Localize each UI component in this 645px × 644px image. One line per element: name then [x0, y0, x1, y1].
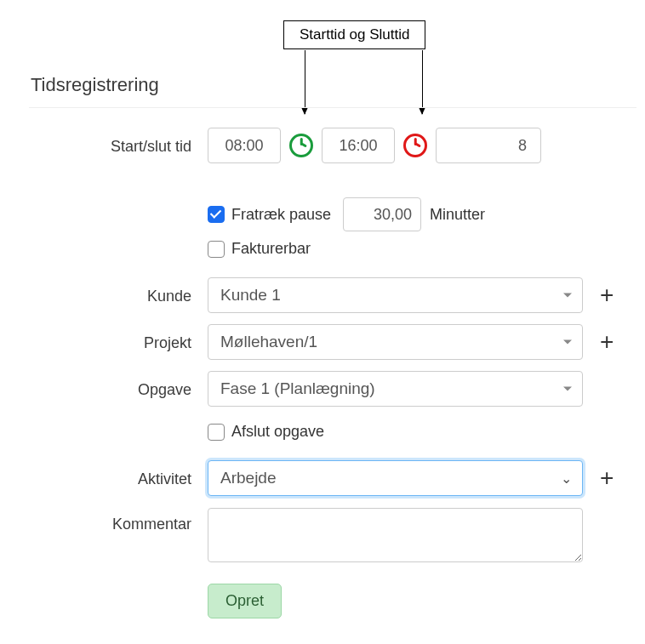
submit-button[interactable]: Opret — [208, 584, 282, 618]
arrow-to-starttime — [305, 50, 305, 114]
subtract-pause-checkbox-row: Fratræk pause — [208, 206, 331, 224]
start-time-input[interactable] — [208, 128, 281, 163]
add-aktivitet-button[interactable]: + — [595, 466, 619, 490]
end-clock-icon[interactable] — [403, 134, 427, 157]
subtract-pause-label: Fratræk pause — [231, 206, 331, 224]
hours-input[interactable] — [436, 128, 541, 163]
callout-text: Starttid og Sluttid — [300, 26, 409, 43]
subtract-pause-checkbox[interactable] — [208, 206, 225, 223]
label-kommentar: Kommentar — [112, 516, 191, 533]
callout-annotation: Starttid og Sluttid — [283, 20, 425, 49]
page-title: Tidsregistrering — [31, 74, 159, 96]
billable-checkbox-row: Fakturerbar — [208, 240, 311, 258]
add-projekt-button[interactable]: + — [595, 330, 619, 354]
projekt-value: Møllehaven/1 — [220, 333, 317, 351]
opgave-select[interactable]: Fase 1 (Planlægning) — [208, 371, 583, 407]
end-time-input[interactable] — [322, 128, 395, 163]
finish-task-label: Afslut opgave — [231, 423, 324, 441]
billable-checkbox[interactable] — [208, 241, 225, 258]
opgave-value: Fase 1 (Planlægning) — [220, 379, 375, 398]
aktivitet-select[interactable]: Arbejde ⌄ — [208, 460, 583, 496]
aktivitet-value: Arbejde — [220, 469, 277, 487]
finish-task-checkbox-row: Afslut opgave — [208, 423, 324, 441]
label-aktivitet: Aktivitet — [138, 470, 191, 487]
pause-minutes-input[interactable] — [343, 197, 421, 231]
billable-label: Fakturerbar — [231, 240, 311, 258]
divider — [29, 107, 636, 108]
kunde-value: Kunde 1 — [220, 286, 281, 305]
chevron-down-icon — [563, 340, 572, 345]
label-kunde: Kunde — [147, 288, 191, 305]
start-clock-icon[interactable] — [289, 134, 313, 157]
label-opgave: Opgave — [138, 381, 191, 398]
chevron-down-icon — [563, 294, 572, 298]
kunde-select[interactable]: Kunde 1 — [208, 277, 583, 313]
chevron-down-icon: ⌄ — [561, 470, 572, 487]
finish-task-checkbox[interactable] — [208, 424, 225, 441]
chevron-down-icon — [563, 387, 572, 391]
label-start-slut: Start/slut tid — [111, 138, 191, 155]
arrow-to-endtime — [422, 50, 423, 114]
add-kunde-button[interactable]: + — [595, 283, 619, 307]
pause-unit-label: Minutter — [430, 206, 485, 224]
label-projekt: Projekt — [144, 334, 191, 351]
projekt-select[interactable]: Møllehaven/1 — [208, 324, 583, 360]
kommentar-textarea[interactable] — [208, 508, 583, 562]
